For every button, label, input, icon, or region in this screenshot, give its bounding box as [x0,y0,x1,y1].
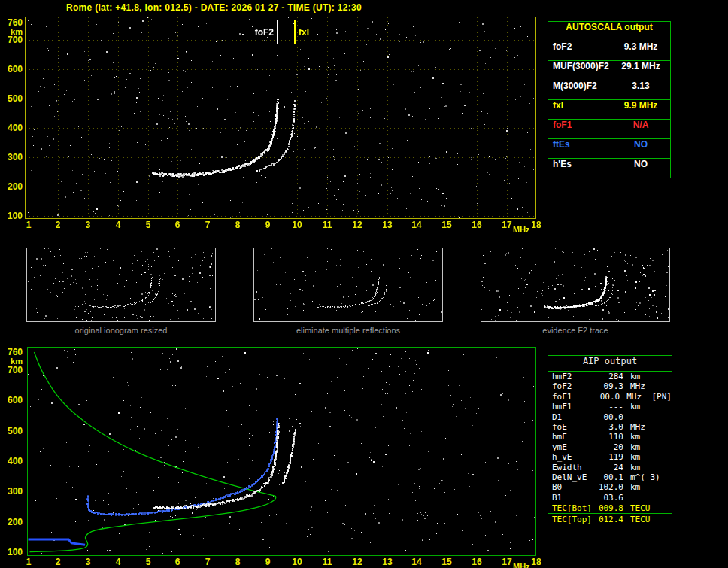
autoscala-param-value: 9.3 MHz [611,41,670,60]
y-tick-label: 600 [3,395,23,405]
aip-param-name: h_vE [548,452,593,462]
autoscala-output-table: AUTOSCALA output foF29.3 MHzMUF(3000)F22… [548,21,671,178]
x-axis-unit: MHz [513,562,530,568]
aip-param-extra [657,452,672,462]
aip-param-value: 00.0 [593,412,623,422]
aip-param-unit: m^(-3) [623,472,657,482]
y-tick-label: 400 [3,123,23,133]
x-tick-label: 8 [229,557,247,567]
aip-param-extra [657,412,672,422]
aip-param-extra [657,503,672,513]
aip-param-value: 20 [593,442,623,452]
aip-param-unit: TECU [623,515,657,524]
x-tick-label: 12 [348,557,366,567]
aip-param-unit: km [623,452,657,462]
autoscala-table-row: ftEsNO [548,139,670,159]
page-title: Rome (lat: +41.8, lon: 012.5) - DATE: 20… [66,2,362,13]
autoscala-param-label: foF2 [548,41,611,60]
x-tick-label: 5 [139,220,157,230]
autoscala-table-header: AUTOSCALA output [548,22,670,41]
autoscala-table-rows: foF29.3 MHzMUF(3000)F229.1 MHzM(3000)F23… [548,41,670,178]
aip-param-unit: km [623,442,657,452]
ionogram-plot-frame [25,17,536,219]
y-tick-label: 400 [3,456,23,466]
thumbnail-canvas [27,248,215,321]
aip-param-extra [657,493,672,503]
y-tick-label: 700 [3,35,23,45]
x-tick-label: 14 [408,557,426,567]
aip-table-row: B103.6 [548,493,672,503]
autoscala-param-value: NO [611,139,670,158]
aip-table-row: DelN_vE00.1m^(-3) [548,472,672,482]
aip-param-value: 119 [593,452,623,462]
aip-param-name: hmE [548,432,593,442]
x-tick-label: 7 [199,557,217,567]
ionogram-plot-canvas [26,17,535,218]
x-tick-label: 8 [229,220,247,230]
y-tick-label: 760 [3,347,23,357]
y-axis-unit: km [3,357,23,366]
aip-table-row: h_vE119km [548,452,672,462]
foF2-marker-label: foF2 [248,27,274,38]
aip-param-unit: km [623,432,657,442]
x-tick-label: 7 [199,220,217,230]
x-tick-label: 4 [109,557,127,567]
aip-param-extra [657,422,672,432]
x-tick-label: 15 [438,557,456,567]
aip-param-extra [657,442,672,452]
autoscala-param-value: 29.1 MHz [611,61,670,80]
profile-plot-frame [27,347,536,556]
aip-table-row: foE3.0MHz [548,422,672,432]
autoscala-param-label: fxI [548,100,611,119]
aip-param-value: 00.1 [593,472,623,482]
aip-param-name: foE [548,422,593,432]
aip-param-unit: MHz [623,381,657,391]
y-axis-unit: km [3,27,23,36]
autoscala-param-label: M(3000)F2 [548,80,611,99]
aip-param-value: 3.0 [593,422,623,432]
aip-table-rows: hmF2284kmfoF209.3MHzfoF100.0MHz[PN]hmF1-… [548,372,672,513]
aip-param-name: Ewidth [548,463,593,472]
aip-table-row: hmF1---km [548,402,672,412]
aip-param-extra [657,472,672,482]
aip-param-unit [623,412,657,422]
x-tick-label: 11 [318,220,336,230]
x-tick-label: 2 [49,557,67,567]
x-tick-label: 13 [378,557,396,567]
x-tick-label: 12 [348,220,366,230]
autoscala-table-row: foF1N/A [548,120,670,139]
autoscala-param-label: ftEs [548,139,611,158]
aip-param-value: 03.6 [593,493,623,503]
aip-param-name: B0 [548,482,593,492]
aip-param-unit [623,493,657,503]
x-tick-label: 5 [139,557,157,567]
aip-param-name: TEC[Bot] [548,503,593,513]
thumbnail-canvas [481,248,669,321]
profile-plot-canvas [28,348,535,555]
aip-param-extra [657,372,672,381]
aip-param-name: TEC[Top] [548,515,593,524]
x-tick-label: 16 [468,557,486,567]
y-tick-label: 760 [3,17,23,28]
aip-param-name: hmF2 [548,372,593,381]
aip-param-unit: MHz [623,422,657,432]
thumbnail-evidence-f2-trace [481,248,670,322]
aip-table-row: foF100.0MHz[PN] [548,392,672,402]
aip-param-name: DelN_vE [548,472,593,482]
aip-table-row: hmF2284km [548,372,672,381]
x-tick-label: 15 [438,220,456,230]
aip-table-row: D100.0 [548,412,672,422]
aip-param-unit: TECU [623,503,657,513]
aip-table-row: B0102.0km [548,482,672,492]
autoscala-table-row: M(3000)F23.13 [548,80,670,100]
thumbnail-caption: evidence F2 trace [481,326,670,335]
autoscala-param-value: N/A [611,120,670,138]
aip-output-table: AIP output hmF2284kmfoF209.3MHzfoF100.0M… [548,355,672,514]
autoscala-param-value: NO [611,159,670,178]
aip-table-row: ymE20km [548,442,672,452]
autoscala-table-row: foF29.3 MHz [548,41,670,61]
aip-param-unit: MHz [620,392,651,402]
aip-param-value: 009.8 [593,503,623,513]
autoscala-table-row: h'EsNO [548,159,670,178]
x-tick-label: 3 [79,557,97,567]
